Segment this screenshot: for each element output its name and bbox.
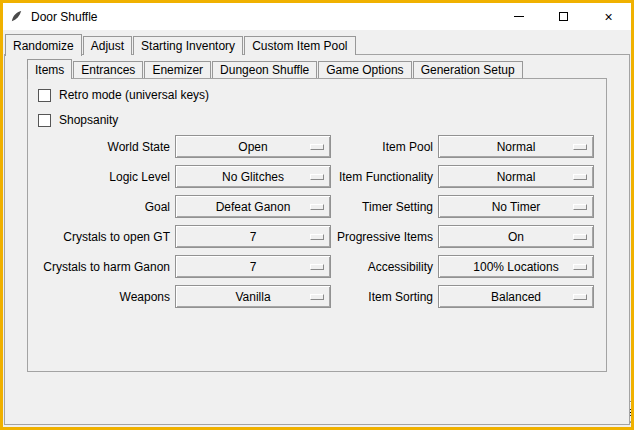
checkbox-label: Shopsanity [59, 113, 118, 127]
app-icon [9, 9, 24, 24]
items-panel: Retro mode (universal keys) Shopsanity W… [27, 78, 607, 372]
dropdown-value: 7 [250, 260, 257, 274]
item-pool-label: Item Pool [291, 140, 433, 154]
tab-items[interactable]: Items [27, 59, 72, 79]
window-controls: × [496, 3, 631, 30]
tab-entrances[interactable]: Entrances [73, 61, 143, 78]
item-sorting-label: Item Sorting [291, 290, 433, 304]
timer-setting-dropdown[interactable]: No Timer [438, 195, 594, 218]
item-pool-dropdown[interactable]: Normal [438, 135, 594, 158]
tab-generation-setup[interactable]: Generation Setup [413, 61, 523, 78]
dropdown-indicator-icon [573, 264, 587, 270]
checkbox-box[interactable] [38, 114, 51, 127]
window-title: Door Shuffle [31, 10, 98, 24]
dropdown-value: On [508, 230, 524, 244]
crystals-ganon-label: Crystals to harm Ganon [28, 260, 170, 274]
tab-enemizer[interactable]: Enemizer [144, 61, 211, 78]
crystals-gt-label: Crystals to open GT [28, 230, 170, 244]
progressive-items-dropdown[interactable]: On [438, 225, 594, 248]
close-button[interactable]: × [586, 3, 631, 30]
tab-starting-inventory[interactable]: Starting Inventory [133, 36, 243, 55]
timer-setting-label: Timer Setting [291, 200, 433, 214]
accessibility-label: Accessibility [291, 260, 433, 274]
dropdown-value: Normal [497, 170, 536, 184]
dropdown-value: No Glitches [222, 170, 284, 184]
dropdown-indicator-icon [573, 144, 587, 150]
minimize-button[interactable] [496, 3, 541, 30]
checkbox-retro-mode[interactable]: Retro mode (universal keys) [38, 87, 209, 103]
dropdown-value: 100% Locations [473, 260, 558, 274]
dropdown-indicator-icon [573, 174, 587, 180]
dropdown-value: No Timer [492, 200, 541, 214]
tab-dungeon-shuffle[interactable]: Dungeon Shuffle [212, 61, 317, 78]
logic-level-label: Logic Level [28, 170, 170, 184]
maximize-button[interactable] [541, 3, 586, 30]
main-tabstrip: Randomize Adjust Starting Inventory Cust… [5, 33, 357, 55]
randomize-tabstrip: Items Entrances Enemizer Dungeon Shuffle… [27, 59, 524, 78]
dropdown-indicator-icon [573, 234, 587, 240]
checkbox-label: Retro mode (universal keys) [59, 88, 209, 102]
app-window: Door Shuffle × Randomize Adjust Starting… [0, 0, 634, 430]
dropdown-value: Normal [497, 140, 536, 154]
item-sorting-dropdown[interactable]: Balanced [438, 285, 594, 308]
dropdown-value: Balanced [491, 290, 541, 304]
dropdown-value: Defeat Ganon [216, 200, 291, 214]
dropdown-value: Vanilla [235, 290, 270, 304]
form-column-right: Item Pool Normal Item Functionality Norm… [291, 135, 594, 315]
titlebar: Door Shuffle × [3, 3, 631, 30]
form-column-left: World State Open Logic Level No Glitches… [28, 135, 331, 315]
progressive-items-label: Progressive Items [291, 230, 433, 244]
checkbox-shopsanity[interactable]: Shopsanity [38, 112, 118, 128]
weapons-label: Weapons [28, 290, 170, 304]
tab-game-options[interactable]: Game Options [318, 61, 411, 78]
tab-randomize[interactable]: Randomize [5, 34, 82, 56]
tab-adjust[interactable]: Adjust [83, 36, 132, 55]
goal-label: Goal [28, 200, 170, 214]
dropdown-indicator-icon [573, 294, 587, 300]
minimize-icon [514, 16, 524, 17]
item-functionality-label: Item Functionality [291, 170, 433, 184]
dropdown-value: 7 [250, 230, 257, 244]
dropdown-indicator-icon [573, 204, 587, 210]
tab-custom-item-pool[interactable]: Custom Item Pool [244, 36, 355, 55]
maximize-icon [559, 12, 568, 21]
checkbox-box[interactable] [38, 89, 51, 102]
dropdown-value: Open [238, 140, 267, 154]
world-state-label: World State [28, 140, 170, 154]
item-functionality-dropdown[interactable]: Normal [438, 165, 594, 188]
close-icon: × [604, 10, 612, 24]
accessibility-dropdown[interactable]: 100% Locations [438, 255, 594, 278]
client-area: Randomize Adjust Starting Inventory Cust… [3, 30, 631, 427]
